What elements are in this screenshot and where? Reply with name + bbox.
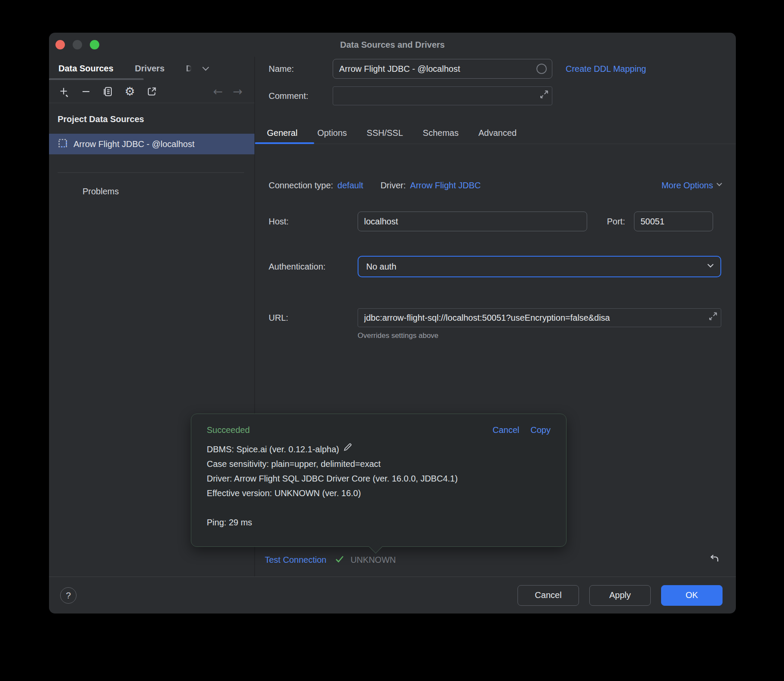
chevron-down-icon — [717, 181, 722, 186]
popup-driver-line: Driver: Arrow Flight SQL JDBC Driver Cor… — [207, 471, 551, 486]
tab-overflow-truncated[interactable]: D — [186, 64, 192, 74]
remove-icon[interactable] — [80, 86, 92, 97]
add-icon[interactable] — [58, 86, 70, 97]
tab-ssh-ssl[interactable]: SSH/SSL — [367, 128, 403, 138]
dialog-footer: ? Cancel Apply OK — [49, 577, 736, 614]
comment-label: Comment: — [269, 91, 333, 101]
name-spinner-icon — [536, 64, 547, 74]
port-label: Port: — [607, 217, 625, 227]
port-value: 50051 — [640, 217, 665, 227]
chevron-down-icon[interactable] — [202, 64, 209, 71]
titlebar: Data Sources and Drivers — [49, 33, 736, 57]
check-icon — [334, 553, 345, 567]
cancel-button[interactable]: Cancel — [518, 585, 579, 606]
test-connection-link[interactable]: Test Connection — [265, 555, 326, 565]
more-options-label: More Options — [662, 181, 713, 190]
port-input[interactable]: 50051 — [634, 212, 713, 231]
driver-value-link[interactable]: Arrow Flight JDBC — [410, 181, 481, 190]
popup-case-line: Case sensitivity: plain=upper, delimited… — [207, 457, 551, 471]
duplicate-icon[interactable] — [102, 86, 113, 97]
comment-input[interactable] — [333, 86, 552, 105]
undo-icon[interactable] — [708, 553, 720, 567]
expand-icon[interactable] — [707, 311, 718, 325]
popup-version-line: Effective version: UNKNOWN (ver. 16.0) — [207, 486, 551, 500]
apply-button[interactable]: Apply — [589, 585, 651, 606]
tab-schemas[interactable]: Schemas — [423, 128, 459, 138]
problems-item[interactable]: Problems — [49, 187, 254, 196]
edit-pencil-icon[interactable] — [343, 442, 353, 457]
authentication-value: No auth — [366, 262, 396, 272]
chevron-down-icon — [707, 261, 714, 267]
host-value: localhost — [364, 217, 398, 227]
name-input[interactable]: Arrow Flight JDBC - @localhost — [333, 59, 552, 79]
tab-drivers[interactable]: Drivers — [135, 64, 165, 74]
sidebar-divider — [58, 172, 244, 173]
popup-cancel-link[interactable]: Cancel — [493, 425, 519, 435]
tab-data-sources[interactable]: Data Sources — [58, 64, 113, 74]
url-input[interactable]: jdbc:arrow-flight-sql://localhost:50051?… — [358, 308, 721, 327]
url-value: jdbc:arrow-flight-sql://localhost:50051?… — [364, 313, 610, 323]
popup-dbms-line: DBMS: Spice.ai (ver. 0.12.1-alpha) — [207, 442, 339, 457]
active-settings-tab-underline — [255, 142, 314, 144]
authentication-label: Authentication: — [269, 262, 358, 272]
popup-status: Succeeded — [207, 425, 250, 435]
gear-icon[interactable]: ⚙ — [124, 86, 135, 97]
ok-button[interactable]: OK — [661, 585, 723, 606]
export-icon[interactable] — [146, 86, 157, 97]
popup-copy-link[interactable]: Copy — [530, 425, 551, 435]
data-source-item[interactable]: Arrow Flight JDBC - @localhost — [49, 134, 254, 154]
connection-type-value[interactable]: default — [337, 181, 363, 190]
host-label: Host: — [269, 217, 358, 227]
tab-advanced[interactable]: Advanced — [478, 128, 517, 138]
tab-options[interactable]: Options — [317, 128, 347, 138]
name-label: Name: — [269, 64, 333, 74]
driver-label: Driver: — [380, 181, 406, 190]
authentication-select[interactable]: No auth — [358, 256, 721, 277]
popup-ping-line: Ping: 29 ms — [207, 515, 551, 530]
forward-icon[interactable]: → — [232, 86, 243, 97]
help-icon[interactable]: ? — [60, 587, 77, 604]
data-source-item-label: Arrow Flight JDBC - @localhost — [74, 139, 194, 149]
more-options-link[interactable]: More Options — [662, 181, 721, 190]
active-tab-underline — [49, 78, 144, 80]
tab-general[interactable]: General — [267, 128, 297, 138]
window-title: Data Sources and Drivers — [49, 33, 736, 57]
name-value: Arrow Flight JDBC - @localhost — [339, 64, 460, 74]
connection-type-label: Connection type: — [269, 181, 333, 190]
host-input[interactable]: localhost — [358, 212, 587, 231]
url-label: URL: — [269, 313, 358, 323]
test-result-status: UNKNOWN — [350, 555, 396, 565]
sidebar-toolbar: ⚙ ← → — [49, 80, 254, 103]
back-icon[interactable]: ← — [212, 86, 224, 97]
expand-icon[interactable] — [538, 89, 549, 103]
settings-tabs: General Options SSH/SSL Schemas Advanced — [255, 123, 736, 144]
data-source-icon — [58, 138, 68, 150]
create-ddl-mapping-link[interactable]: Create DDL Mapping — [566, 64, 646, 74]
url-caption: Overrides settings above — [269, 331, 721, 340]
data-sources-dialog: Data Sources and Drivers Data Sources Dr… — [49, 33, 736, 614]
project-data-sources-heading: Project Data Sources — [49, 114, 254, 124]
test-connection-popup: Succeeded Cancel Copy DBMS: Spice.ai (ve… — [191, 414, 567, 547]
test-connection-row: Test Connection UNKNOWN — [255, 549, 736, 577]
